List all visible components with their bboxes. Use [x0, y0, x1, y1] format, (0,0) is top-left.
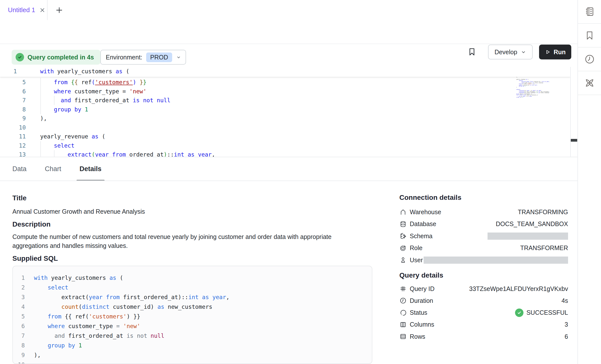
success-check-icon — [16, 53, 24, 61]
code-text: count(distinct customer_id) as new_custo… — [34, 302, 212, 312]
row-label: Warehouse — [410, 208, 441, 216]
query-detail-row-duration: Duration4s — [399, 296, 568, 305]
connection-row-warehouse: WarehouseTRANSFORMING — [399, 208, 568, 216]
row-label: Rows — [410, 333, 425, 340]
tab-data[interactable]: Data — [9, 157, 29, 181]
editor-line-6[interactable]: 6 where customer_type = 'new' — [0, 87, 570, 96]
line-number: 9 — [13, 350, 25, 360]
environment-label: Environment: — [106, 54, 142, 61]
editor-line-11[interactable]: 11yearly_revenue as ( — [0, 132, 570, 141]
editor-line-8[interactable]: 8 group by 1 — [0, 105, 570, 114]
line-number: 8 — [13, 341, 25, 350]
editor-line-9[interactable]: 9), — [0, 114, 570, 123]
right-sidebar — [577, 0, 601, 364]
query-detail-row-columns: Columns3 — [399, 320, 568, 329]
result-tabs: DataChartDetails — [9, 157, 105, 181]
code-text: extract(year from ordered_at)::int as ye… — [40, 150, 215, 157]
supplied-sql-heading: Supplied SQL — [12, 255, 58, 262]
connection-details-heading: Connection details — [399, 194, 461, 202]
status-value: SUCCESSFUL — [515, 309, 568, 317]
run-label: Run — [554, 49, 566, 56]
editor-line-12[interactable]: 12 select — [0, 141, 570, 150]
success-check-icon — [515, 309, 523, 317]
line-number: 12 — [0, 141, 26, 150]
editor-line-1[interactable]: 1with yearly_customers as ( — [0, 67, 570, 77]
develop-dropdown[interactable]: Develop — [488, 45, 533, 59]
code-text: ), — [34, 350, 41, 360]
redacted-value — [488, 233, 568, 240]
plus-icon[interactable] — [55, 6, 63, 14]
description-heading: Description — [12, 220, 51, 228]
supplied-sql-line-8: 8 group by 1 — [13, 341, 372, 350]
line-number: 4 — [13, 302, 25, 312]
title-heading: Title — [12, 194, 27, 202]
code-text: group by 1 — [34, 341, 82, 350]
role-target-icon — [399, 244, 407, 252]
editor-line-13[interactable]: 13 extract(year from ordered_at)::int as… — [0, 150, 570, 157]
editor-scrollbar-thumb[interactable] — [571, 139, 577, 142]
sidebar-notebook-icon[interactable] — [578, 0, 601, 24]
app-window: Untitled 1 Develop Run — [0, 0, 601, 364]
row-label: Duration — [410, 297, 433, 304]
code-text: from {{ ref('customers') }} — [34, 312, 140, 321]
chevron-down-icon — [521, 49, 526, 55]
hash-icon — [399, 285, 407, 292]
title-value: Annual Customer Growth and Revenue Analy… — [12, 207, 145, 216]
sidebar-copilot-sparkle-icon[interactable] — [578, 71, 601, 95]
row-value: 33TZseWpe1ALFDUYerxR1gVKxbv — [469, 285, 568, 292]
code-text: and first_ordered_at is not null — [34, 331, 164, 341]
sidebar-history-clock-icon[interactable] — [578, 48, 601, 71]
connection-row-database: DatabaseDOCS_TEAM_SANDBOX — [399, 220, 568, 228]
editor-line-7[interactable]: 7 and first_ordered_at is not null — [0, 96, 570, 105]
line-number: 1 — [0, 67, 17, 76]
line-number: 10 — [0, 123, 26, 132]
user-icon — [399, 256, 407, 264]
tab-chart[interactable]: Chart — [42, 157, 64, 181]
code-text: select — [34, 283, 68, 292]
play-icon — [545, 49, 551, 55]
connection-row-schema: Schema — [399, 232, 568, 240]
line-number: 7 — [13, 331, 25, 341]
code-text: with yearly_customers as ( — [40, 67, 129, 76]
line-number: 6 — [0, 87, 26, 96]
line-number: 10 — [13, 360, 25, 364]
supplied-sql-line-10: 10 — [13, 360, 372, 364]
row-value: 6 — [565, 333, 568, 340]
code-text: where customer_type = 'new' — [40, 87, 146, 96]
environment-selector[interactable]: Environment: PROD — [100, 50, 186, 65]
row-value: TRANSFORMING — [518, 208, 568, 216]
line-number: 5 — [0, 78, 26, 87]
run-button[interactable]: Run — [539, 45, 571, 59]
duration-clock-icon — [399, 297, 407, 304]
code-text: yearly_revenue as ( — [40, 132, 105, 141]
schema-icon — [399, 232, 407, 240]
close-icon[interactable] — [39, 7, 46, 13]
line-number: 1 — [13, 273, 25, 283]
editor-line-5[interactable]: 5 from {{ ref('customers') }} — [0, 78, 570, 87]
code-text: group by 1 — [40, 105, 88, 114]
sql-editor[interactable]: 1with yearly_customers as (5 from {{ ref… — [0, 67, 570, 157]
row-value: SUCCESSFUL — [526, 309, 568, 316]
environment-value-pill: PROD — [146, 52, 172, 62]
file-tab-untitled-1[interactable]: Untitled 1 — [0, 0, 48, 20]
file-tab-title: Untitled 1 — [8, 6, 35, 14]
code-text: with yearly_customers as ( — [34, 273, 123, 283]
editor-line-10[interactable]: 10 — [0, 123, 570, 132]
columns-icon — [399, 321, 407, 328]
code-text: and first_ordered_at is not null — [40, 96, 170, 105]
editor-scrollbar-track[interactable] — [570, 67, 577, 157]
sidebar-bookmark-icon[interactable] — [578, 24, 601, 48]
code-text: select — [40, 141, 74, 150]
tab-details[interactable]: Details — [77, 157, 105, 181]
supplied-sql-line-4: 4 count(distinct customer_id) as new_cus… — [13, 302, 372, 312]
line-number: 6 — [13, 321, 25, 331]
query-detail-row-status: StatusSUCCESSFUL — [399, 309, 568, 317]
row-label: Schema — [410, 233, 433, 240]
chevron-down-icon — [176, 55, 181, 60]
line-number: 2 — [13, 283, 25, 292]
row-label: Database — [410, 220, 436, 228]
row-label: Role — [410, 244, 422, 252]
row-value: DOCS_TEAM_SANDBOX — [496, 220, 568, 228]
row-label: User — [410, 257, 423, 264]
bookmark-icon[interactable] — [467, 47, 477, 57]
